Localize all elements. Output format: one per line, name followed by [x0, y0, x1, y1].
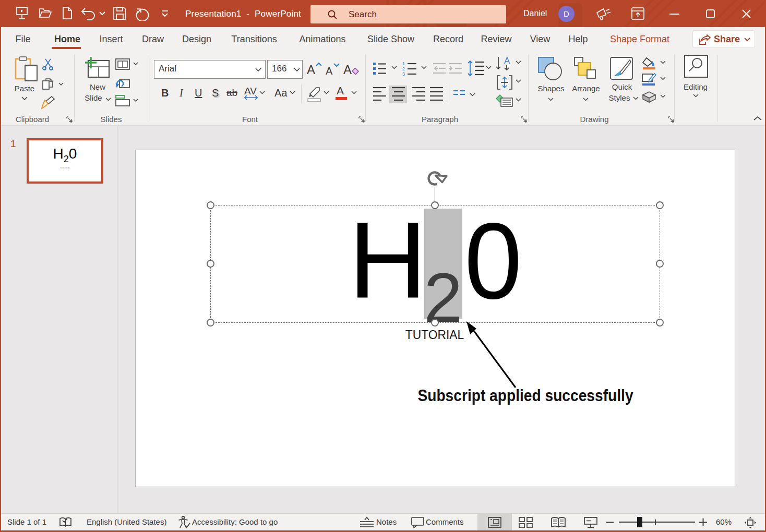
svg-text:3: 3 [402, 71, 405, 76]
svg-text:1: 1 [402, 61, 405, 66]
svg-text:2: 2 [402, 66, 405, 71]
svg-text:A: A [504, 56, 510, 66]
